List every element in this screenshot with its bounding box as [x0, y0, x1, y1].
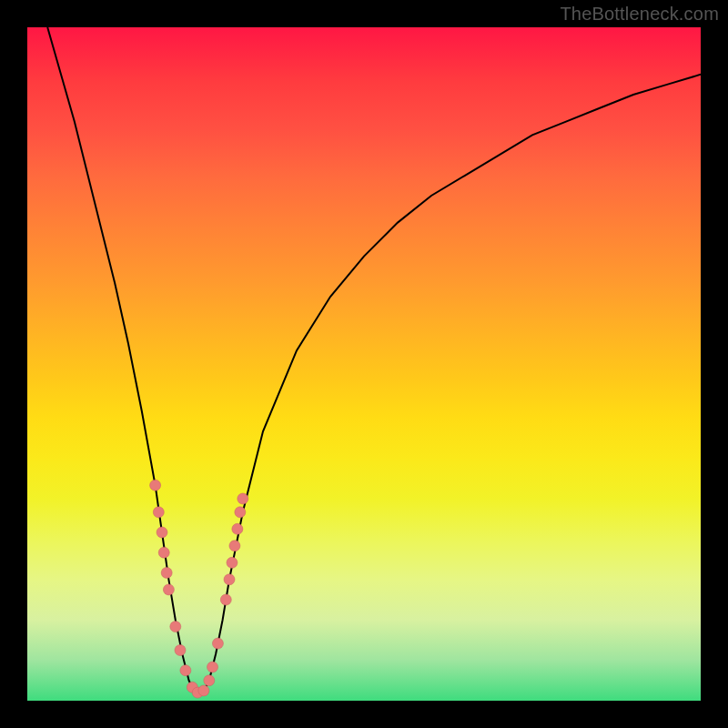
- watermark-text: TheBottleneck.com: [560, 4, 719, 25]
- data-point-marker: [198, 685, 209, 696]
- data-markers: [150, 480, 248, 698]
- data-point-marker: [207, 662, 218, 672]
- data-point-marker: [161, 567, 172, 578]
- data-point-marker: [229, 541, 240, 551]
- data-point-marker: [175, 645, 186, 656]
- data-point-marker: [158, 547, 169, 558]
- data-point-marker: [170, 622, 181, 632]
- bottleneck-curve: [47, 27, 701, 694]
- data-point-marker: [224, 574, 235, 585]
- curve-svg: [27, 27, 701, 701]
- data-point-marker: [232, 523, 243, 534]
- data-point-marker: [204, 675, 215, 686]
- data-point-marker: [238, 493, 248, 504]
- data-point-marker: [150, 480, 161, 490]
- data-point-marker: [180, 665, 191, 676]
- data-point-marker: [235, 507, 246, 518]
- data-point-marker: [227, 557, 238, 568]
- data-point-marker: [212, 638, 223, 649]
- chart-container: TheBottleneck.com: [0, 0, 728, 728]
- data-point-marker: [153, 507, 164, 518]
- data-point-marker: [163, 584, 174, 595]
- plot-area: [27, 27, 701, 701]
- data-point-marker: [220, 594, 231, 605]
- data-point-marker: [157, 527, 167, 538]
